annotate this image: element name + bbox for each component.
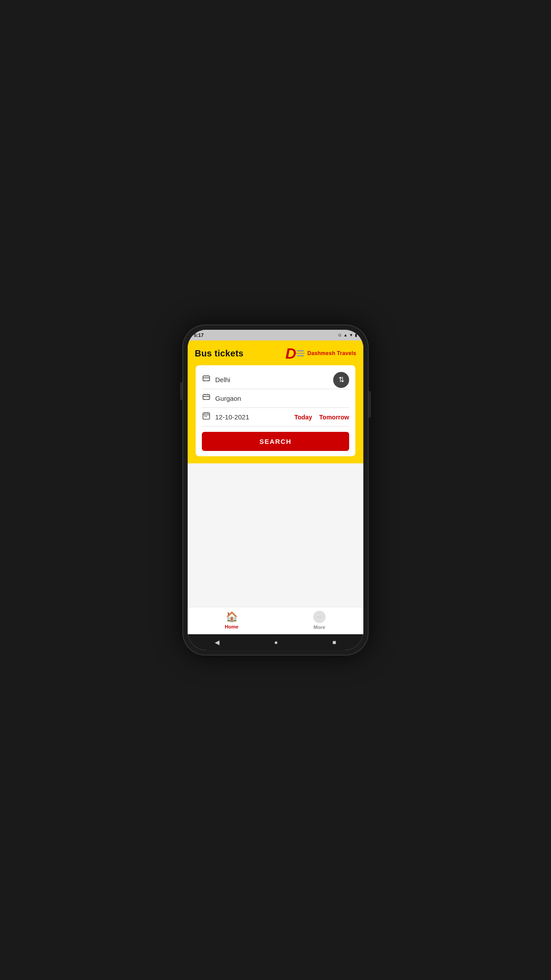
logo-arrows (296, 350, 305, 357)
search-button[interactable]: SEARCH (202, 432, 349, 451)
calendar-icon (202, 411, 211, 423)
nav-item-more[interactable]: ··· More (302, 611, 337, 630)
from-value[interactable]: Delhi (215, 376, 349, 383)
more-label: More (314, 624, 325, 630)
main-content (188, 463, 363, 607)
home-button[interactable]: ● (274, 639, 278, 646)
header-top: Bus tickets D Dashmesh Travels (195, 346, 356, 361)
svg-rect-8 (206, 416, 207, 417)
more-icon: ··· (313, 611, 326, 623)
bus-from-icon (202, 374, 211, 385)
brand-logo: D Dashmesh Travels (285, 346, 356, 361)
search-card: Delhi ⇅ (196, 365, 355, 456)
wifi-icon: ▼ (349, 333, 353, 337)
to-value[interactable]: Gurgaon (215, 395, 349, 402)
world-icon: ⊙ (338, 333, 342, 337)
date-field-row: 12-10-2021 Today Tomorrow (202, 408, 349, 427)
sim-icon: ▲ (343, 333, 347, 337)
svg-point-2 (208, 380, 209, 382)
app-header: Bus tickets D Dashmesh Travels (188, 340, 363, 463)
svg-rect-7 (205, 416, 206, 417)
date-value[interactable]: 12-10-2021 (215, 413, 294, 421)
recents-button[interactable]: ■ (332, 639, 336, 646)
logo-arrow-1 (297, 350, 304, 352)
svg-point-1 (204, 380, 205, 382)
svg-point-5 (208, 399, 209, 400)
to-field-row: Gurgaon (202, 389, 349, 408)
swap-button[interactable]: ⇅ (333, 372, 349, 388)
app-content: Bus tickets D Dashmesh Travels (188, 340, 363, 634)
svg-rect-3 (203, 395, 210, 399)
logo-arrow-3 (297, 355, 304, 356)
date-shortcuts: Today Tomorrow (294, 414, 349, 421)
brand-name: Dashmesh Travels (307, 350, 356, 356)
from-field-row: Delhi ⇅ (202, 371, 349, 389)
page-title: Bus tickets (195, 348, 244, 359)
svg-point-4 (204, 399, 205, 400)
tomorrow-button[interactable]: Tomorrow (319, 414, 349, 421)
home-icon: 🏠 (226, 611, 238, 623)
battery-icon: ▮ (355, 333, 357, 337)
phone-screen: 5:17 ⊙ ▲ ▼ ▮ Bus tickets D (188, 330, 363, 650)
bottom-nav: 🏠 Home ··· More (188, 607, 363, 634)
back-button[interactable]: ◀ (215, 639, 220, 646)
status-time: 5:17 (194, 332, 204, 338)
status-bar: 5:17 ⊙ ▲ ▼ ▮ (188, 330, 363, 340)
today-button[interactable]: Today (294, 414, 312, 421)
nav-item-home[interactable]: 🏠 Home (214, 611, 249, 629)
logo-d-letter: D (285, 346, 296, 361)
status-icons: ⊙ ▲ ▼ ▮ (338, 333, 357, 337)
logo-arrow-2 (296, 353, 305, 354)
android-nav-bar: ◀ ● ■ (188, 634, 363, 650)
phone-device: 5:17 ⊙ ▲ ▼ ▮ Bus tickets D (182, 324, 369, 656)
app-screen: 5:17 ⊙ ▲ ▼ ▮ Bus tickets D (188, 330, 363, 650)
home-label: Home (225, 624, 239, 629)
svg-rect-0 (203, 376, 210, 381)
swap-icon: ⇅ (338, 375, 344, 384)
bus-to-icon (202, 393, 211, 404)
